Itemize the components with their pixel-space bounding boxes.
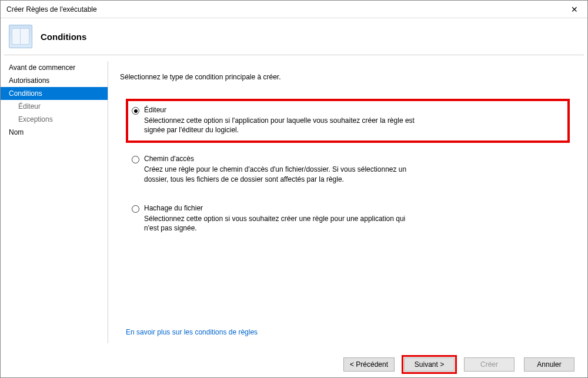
sidebar-item[interactable]: Éditeur (1, 100, 108, 113)
content-area: Sélectionnez le type de condition princi… (108, 55, 587, 349)
sidebar-item[interactable]: Exceptions (1, 113, 108, 126)
page-title: Conditions (41, 32, 86, 42)
wizard-sidebar: Avant de commencerAutorisationsCondition… (1, 55, 108, 349)
learn-more-link[interactable]: En savoir plus sur les conditions de règ… (120, 328, 570, 343)
close-icon: ✕ (571, 5, 578, 14)
sidebar-item[interactable]: Conditions (1, 87, 108, 100)
option-title: Hachage du fichier (144, 204, 420, 212)
radio-button[interactable] (132, 205, 139, 213)
radio-button[interactable] (132, 156, 139, 163)
create-button: Créer (464, 357, 514, 372)
sidebar-item[interactable]: Autorisations (1, 74, 108, 87)
option-title: Chemin d'accès (144, 155, 420, 163)
option-description: Créez une règle pour le chemin d'accès d… (144, 165, 420, 183)
option-title: Éditeur (144, 106, 420, 114)
option-description: Sélectionnez cette option si vous souhai… (144, 214, 420, 233)
condition-option[interactable]: Chemin d'accèsCréez une règle pour le ch… (126, 148, 570, 192)
radio-button[interactable] (132, 107, 139, 115)
condition-option[interactable]: ÉditeurSélectionnez cette option si l'ap… (126, 99, 570, 143)
close-button[interactable]: ✕ (561, 1, 587, 18)
condition-option[interactable]: Hachage du fichierSélectionnez cette opt… (126, 197, 570, 241)
instruction-text: Sélectionnez le type de condition princi… (120, 73, 570, 81)
sidebar-item[interactable]: Nom (1, 126, 108, 139)
next-button[interactable]: Suivant > (404, 357, 455, 372)
titlebar: Créer Règles de l'exécutable ✕ (1, 1, 587, 18)
button-bar: < Précédent Suivant > Créer Annuler (1, 349, 587, 378)
cancel-button[interactable]: Annuler (524, 357, 574, 372)
header: Conditions (1, 18, 587, 55)
option-description: Sélectionnez cette option si l'applicati… (144, 116, 420, 135)
condition-options: ÉditeurSélectionnez cette option si l'ap… (120, 99, 570, 246)
window-title: Créer Règles de l'exécutable (6, 5, 97, 14)
conditions-icon (9, 25, 32, 48)
sidebar-item[interactable]: Avant de commencer (1, 61, 108, 74)
back-button[interactable]: < Précédent (343, 357, 395, 372)
